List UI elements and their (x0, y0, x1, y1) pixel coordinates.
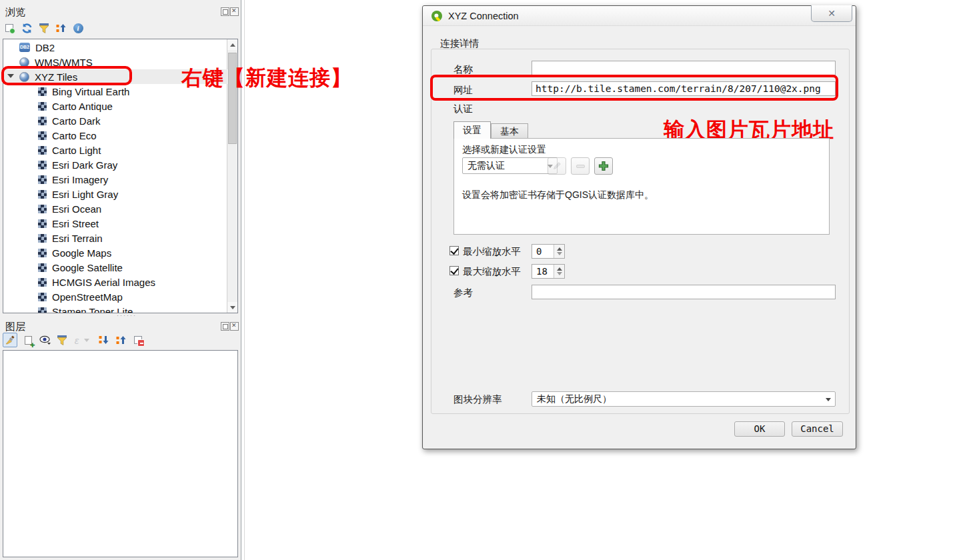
refresh-icon[interactable] (19, 21, 34, 35)
auth-config-select[interactable]: 无需认证 (462, 157, 558, 174)
scroll-thumb[interactable] (228, 53, 237, 144)
name-input[interactable] (532, 61, 836, 75)
remove-layer-icon[interactable] (131, 333, 145, 347)
properties-info-icon[interactable]: i (71, 21, 85, 35)
tree-item-google-satellite[interactable]: Google Satellite (3, 260, 227, 275)
collapse-all-icon[interactable] (53, 21, 68, 35)
spin-up-icon (557, 267, 562, 271)
plus-icon (598, 161, 609, 171)
open-layer-styling-icon[interactable] (3, 333, 17, 347)
min-zoom-stepper[interactable]: 0 (532, 244, 565, 259)
tiles-icon (38, 219, 47, 228)
cancel-button[interactable]: Cancel (792, 421, 843, 437)
scroll-down-icon[interactable] (227, 302, 237, 313)
max-zoom-stepper[interactable]: 18 (532, 264, 565, 279)
map-canvas-edge (244, 0, 245, 560)
pencil-icon (552, 161, 562, 171)
expand-all-icon[interactable] (96, 333, 111, 347)
dialog-titlebar[interactable]: XYZ Connection ✕ (423, 6, 856, 26)
collapse-all-layers-icon[interactable] (113, 333, 128, 347)
dialog-close-button[interactable]: ✕ (811, 5, 852, 22)
panel-splitter[interactable]: ······ (107, 313, 147, 317)
tiles-icon (38, 87, 47, 96)
tree-item-label: Esri Terrain (52, 233, 103, 244)
tree-item-carto-light[interactable]: Carto Light (3, 143, 227, 157)
filter-by-expression-icon[interactable]: ε (69, 333, 84, 347)
qgis-window: 浏览 i (0, 0, 969, 560)
authentication-label: 认证 (453, 103, 473, 115)
min-zoom-label: 最小缩放水平 (463, 245, 521, 258)
tree-item-label: Esri Dark Gray (52, 159, 117, 171)
tab-basic[interactable]: 基本 (491, 123, 528, 139)
ok-button[interactable]: OK (734, 421, 785, 437)
tab-settings[interactable]: 设置 (453, 121, 491, 139)
tree-item-esri-ocean[interactable]: Esri Ocean (3, 201, 227, 216)
max-zoom-label: 最大缩放水平 (463, 265, 521, 278)
browser-close-icon[interactable] (230, 7, 239, 16)
name-label: 名称 (453, 63, 473, 76)
tree-item-google-maps[interactable]: Google Maps (3, 245, 227, 260)
browser-tree: DB2DB2WMS/WMTSXYZ TilesBing Virtual Eart… (3, 39, 238, 313)
layers-panel-title: 图层 (5, 321, 25, 333)
tree-item-stamen-toner-lite[interactable]: Stamen Toner Lite (3, 304, 227, 313)
layers-close-icon[interactable] (230, 322, 239, 331)
tree-item-label: DB2 (35, 42, 55, 53)
tiles-icon (38, 146, 47, 155)
globe-icon (19, 57, 29, 67)
browser-tree-scrollbar[interactable] (227, 39, 237, 313)
layers-float-icon[interactable] (221, 322, 229, 331)
tree-item-carto-dark[interactable]: Carto Dark (3, 113, 227, 128)
tree-item-esri-terrain[interactable]: Esri Terrain (3, 231, 227, 245)
expander-icon[interactable] (7, 74, 14, 78)
tree-item-carto-eco[interactable]: Carto Eco (3, 128, 227, 143)
remove-auth-button[interactable] (571, 157, 590, 175)
db2-icon: DB2 (19, 43, 30, 52)
tree-item-esri-imagery[interactable]: Esri Imagery (3, 172, 227, 187)
tree-item-xyz-tiles[interactable]: XYZ Tiles (3, 69, 227, 84)
layers-list-empty (3, 350, 238, 557)
tiles-icon (38, 278, 47, 287)
tiles-icon (38, 131, 47, 140)
edit-auth-button[interactable] (548, 157, 566, 175)
url-input[interactable] (532, 81, 836, 96)
manage-map-themes-icon[interactable] (38, 333, 53, 347)
tree-item-db2[interactable]: DB2DB2 (3, 40, 227, 55)
browser-float-icon[interactable] (221, 7, 229, 16)
max-zoom-checkbox[interactable] (449, 266, 459, 275)
url-label: 网址 (453, 84, 473, 97)
tree-item-label: XYZ Tiles (35, 71, 77, 83)
tree-item-wms-wmts[interactable]: WMS/WMTS (3, 55, 227, 69)
chevron-down-icon (826, 398, 831, 401)
connection-details-group: 名称 网址 认证 设置 基本 选择或新建认证设置 无需认证 (431, 49, 850, 414)
filter-expression-caret-icon[interactable] (83, 333, 91, 347)
tiles-icon (38, 249, 47, 257)
tree-item-label: Esri Street (52, 218, 99, 229)
min-zoom-checkbox[interactable] (449, 246, 459, 255)
add-auth-button[interactable] (594, 157, 613, 175)
tree-item-bing-virtual-earth[interactable]: Bing Virtual Earth (3, 84, 227, 99)
scroll-up-icon[interactable] (227, 39, 237, 50)
tree-item-carto-antique[interactable]: Carto Antique (3, 99, 227, 113)
dialog-title: XYZ Connection (448, 6, 519, 26)
tiles-icon (38, 205, 47, 213)
filter-legend-icon[interactable] (55, 333, 69, 347)
tree-item-label: Esri Ocean (52, 203, 101, 215)
tiles-icon (38, 161, 47, 169)
add-group-icon[interactable] (21, 333, 35, 347)
tree-item-hcmgis-aerial-images[interactable]: HCMGIS Aerial Images (3, 275, 227, 289)
filter-browser-icon[interactable] (37, 21, 51, 35)
referer-input[interactable] (532, 285, 836, 299)
tree-item-openstreetmap[interactable]: OpenStreetMap (3, 289, 227, 304)
tree-item-label: Google Satellite (52, 262, 123, 273)
browser-panel-title: 浏览 (5, 6, 25, 19)
tree-item-esri-street[interactable]: Esri Street (3, 216, 227, 231)
tree-item-label: HCMGIS Aerial Images (52, 277, 155, 288)
add-selected-layers-icon[interactable] (2, 21, 17, 35)
tile-resolution-select[interactable]: 未知（无比例尺） (532, 391, 836, 407)
tree-item-esri-dark-gray[interactable]: Esri Dark Gray (3, 157, 227, 172)
tree-item-esri-light-gray[interactable]: Esri Light Gray (3, 187, 227, 201)
tiles-icon (38, 117, 47, 125)
xyz-connection-dialog: XYZ Connection ✕ 连接详情 名称 网址 认证 设置 基本 选择或… (422, 5, 856, 449)
tiles-icon (38, 175, 47, 184)
tree-item-label: Carto Light (52, 145, 101, 156)
